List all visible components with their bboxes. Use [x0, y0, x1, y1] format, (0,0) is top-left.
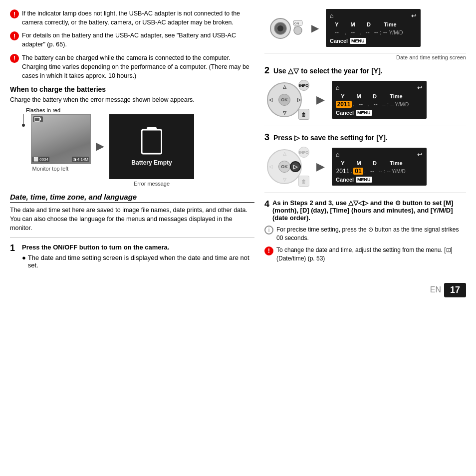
dt2-label-time: Time — [384, 93, 409, 99]
dt3-label-m: M — [352, 160, 366, 166]
dt3-home-icon: ⌂ — [336, 151, 340, 158]
dt3-sep1: . — [351, 168, 352, 175]
dt2-ymd: Y/M/D — [395, 102, 409, 107]
error-caption: Error message — [134, 181, 170, 187]
step4-note1-row: i For precise time setting, press the ⊙ … — [264, 226, 466, 243]
step3-dpad-left: ◁ — [269, 164, 272, 169]
warning-icon-2: ! — [10, 31, 19, 40]
step3-trash-btn: 🗑 — [298, 176, 309, 187]
camera-onoff-svg: ON OFF — [264, 14, 304, 42]
date-time-body: The date and time set here are saved to … — [10, 206, 254, 233]
dt2-cancel: Cancel — [336, 110, 354, 116]
left-column: ! If the indicator lamp does not light, … — [10, 9, 254, 274]
step-1-num: 1 — [10, 243, 19, 253]
step3-dt-screen: ⌂ ↩ Y M D Time 2011 . 01 . -- — [332, 148, 427, 186]
step4-note2-text: To change the date and time, adjust the … — [276, 246, 466, 263]
step3-dpad-right-active[interactable]: ▷ — [290, 161, 301, 172]
step2-dpad-circle: OK △ ▽ ◁ ▷ — [267, 82, 302, 117]
battery-small-icon — [34, 117, 41, 122]
dt-val-m-default: -- — [347, 29, 358, 36]
when-to-charge-heading: When to charge the batteries — [10, 85, 254, 93]
dt-sep2: . — [359, 29, 361, 36]
dt-sep1: . — [345, 29, 346, 36]
step3-info-btn: INFO — [298, 147, 309, 158]
dt2-label-m: M — [352, 93, 366, 99]
battery-empty-screen: Battery Empty — [109, 114, 194, 179]
page-footer: EN 17 — [10, 283, 466, 297]
dt3-val-y: 2011 — [336, 168, 350, 175]
svg-text:ON: ON — [294, 22, 299, 25]
step2-trash-btn[interactable]: 🗑 — [298, 109, 309, 120]
step-2-title: 2 Use △▽ to select the year for [Y]. — [264, 65, 466, 76]
step2-dpad-down: ▽ — [283, 110, 286, 115]
dt2-home-icon: ⌂ — [336, 84, 340, 91]
dt3-back-icon: ↩ — [417, 151, 423, 158]
dt-val-d-default: -- — [362, 29, 373, 36]
step2-arrow: ▶ — [316, 93, 325, 106]
step4-warning-icon: ! — [264, 246, 273, 255]
step-1-bullet: ● The date and time setting screen is di… — [22, 254, 254, 269]
divider-1 — [10, 238, 254, 238]
dt-label-m: M — [346, 21, 360, 27]
flashes-indicator-svg — [16, 114, 31, 127]
step3-dpad-center: OK — [278, 161, 290, 173]
dt-menu-badge-1: MENU — [350, 38, 366, 44]
monitor-counter: ⬜ 0034 — [32, 157, 49, 162]
dt2-val-d: -- — [370, 101, 381, 108]
note-text-2: For details on the battery and the USB-A… — [22, 31, 254, 49]
dt2-menu: MENU — [356, 110, 372, 116]
warning-icon-1: ! — [10, 9, 19, 18]
dt-label-y: Y — [330, 21, 344, 27]
step3-arrow: ▶ — [316, 160, 325, 173]
dt3-time: -- : -- — [379, 168, 391, 174]
step4-info-icon-1: i — [264, 226, 273, 235]
dt3-sep2: . — [364, 168, 366, 175]
warning-icon-3: ! — [10, 54, 19, 63]
step2-dpad-left: ◁ — [269, 97, 272, 102]
step2-dpad-center: OK — [278, 94, 290, 106]
dt3-label-y: Y — [336, 160, 350, 166]
dt-label-time: Time — [378, 21, 403, 27]
step2-dpad-right: ▷ — [297, 97, 301, 102]
note-text-3: The battery can be charged while the cam… — [22, 53, 254, 80]
note-row-2: ! For details on the battery and the USB… — [10, 31, 254, 49]
battery-arrow: ▶ — [96, 140, 104, 162]
when-to-charge-body: Charge the battery when the error messag… — [10, 95, 254, 104]
monitor-image: ⬜ 0034 ◑ 4 14M — [31, 114, 91, 164]
step1-screen-label: Date and time setting screen — [264, 54, 466, 60]
step4-note2-row: ! To change the date and time, adjust th… — [264, 246, 466, 263]
step-4-num: 4 — [264, 199, 269, 210]
step1-arrow: ▶ — [311, 22, 319, 34]
step2-dt-screen: ⌂ ↩ Y M D Time 2011 . -- . -- — [332, 81, 427, 119]
svg-point-8 — [277, 25, 283, 31]
note-text-1: If the indicator lamp does not light, th… — [22, 9, 254, 27]
note-row-3: ! The battery can be charged while the c… — [10, 53, 254, 80]
step-4-block: 4 As in Steps 2 and 3, use △▽◁▷ and the … — [264, 199, 466, 263]
page-number: 17 — [444, 283, 466, 297]
dt2-time: -- : -- — [382, 101, 394, 107]
step-1-content: Press the ON/OFF button to turn on the c… — [22, 243, 254, 268]
monitor-caption: Monitor top left — [32, 166, 69, 172]
step2-info-btn[interactable]: INFO — [298, 80, 309, 91]
dt-ymd-default: Y/M/D — [389, 30, 403, 35]
dt3-val-d: -- — [367, 168, 378, 175]
dt2-back-icon: ↩ — [417, 84, 423, 91]
note-row-1: ! If the indicator lamp does not light, … — [10, 9, 254, 27]
step-3-block: 3 Press ▷ to save the setting for [Y]. O… — [264, 132, 466, 193]
main-layout: ! If the indicator lamp does not light, … — [10, 9, 466, 274]
dt3-label-time: Time — [384, 160, 409, 166]
dt3-ymd: Y/M/D — [392, 169, 406, 174]
dt-val-y-default: -- — [330, 29, 344, 36]
date-time-heading: Date, time, time zone, and language — [10, 193, 254, 203]
step-2-block: 2 Use △▽ to select the year for [Y]. OK … — [264, 65, 466, 126]
step-1-title: Press the ON/OFF button to turn on the c… — [22, 243, 254, 252]
svg-point-1 — [22, 124, 25, 127]
dt2-sep2: . — [367, 101, 369, 108]
step2-dpad-up: △ — [283, 84, 286, 89]
bullet-dot: ● — [22, 254, 26, 269]
step-3-title-text: Press ▷ to save the setting for [Y]. — [273, 134, 388, 142]
step-2-title-text: Use △▽ to select the year for [Y]. — [273, 67, 383, 75]
dt2-val-m: -- — [355, 101, 366, 108]
step-4-title: As in Steps 2 and 3, use △▽◁▷ and the ⊙ … — [272, 199, 466, 222]
dt-label-d: D — [362, 21, 376, 27]
